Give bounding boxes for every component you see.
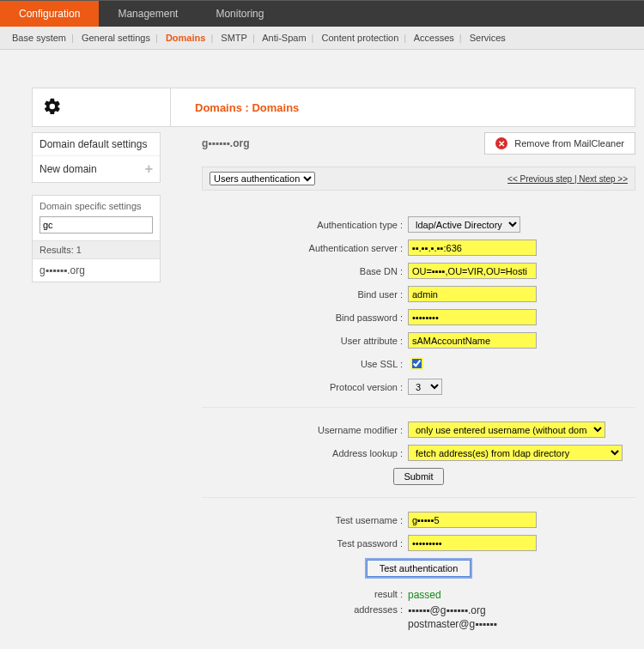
remove-label: Remove from MailCleaner [514,138,624,149]
address-value: ▪▪▪▪▪▪@g▪▪▪▪▪▪.org [408,604,497,616]
sidebar-label: New domain [39,163,97,175]
tab-configuration[interactable]: Configuration [0,1,99,27]
address-value: postmaster@g▪▪▪▪▪▪ [408,618,497,630]
sidebar-heading-specific: Domain specific settings [33,196,160,216]
sidebar-item-new-domain[interactable]: New domain + [33,156,160,182]
protocol-version-select[interactable]: 3 [408,379,442,395]
subnav-general-settings[interactable]: General settings [82,33,150,43]
label-result: result : [202,589,408,601]
next-step-link[interactable]: Next step >> [579,174,628,184]
bind-password-input[interactable] [408,309,537,325]
submit-button[interactable]: Submit [393,468,443,485]
sidebar-item-default-settings[interactable]: Domain default settings [33,133,160,156]
label-username-modifier: Username modifier : [202,425,408,435]
label-address-lookup: Address lookup : [202,448,408,458]
label-addresses: addresses : [202,604,408,630]
subnav-services[interactable]: Services [470,33,506,43]
label-auth-server: Authentication server : [202,243,408,253]
domain-result-item[interactable]: g▪▪▪▪▪▪.org [33,259,160,282]
domain-title: g▪▪▪▪▪▪.org [202,137,250,149]
label-test-username: Test username : [202,515,408,525]
divider [202,497,635,498]
test-username-input[interactable] [408,512,537,528]
subnav-anti-spam[interactable]: Anti-Spam [262,33,306,43]
sub-nav: Base system| General settings| Domains| … [0,27,644,50]
sidebar-box-actions: Domain default settings New domain + [32,132,161,183]
auth-type-select[interactable]: ldap/Active Directory [408,216,520,233]
remove-from-mailcleaner-button[interactable]: ✕ Remove from MailCleaner [484,132,635,155]
tab-monitoring[interactable]: Monitoring [197,1,283,27]
subnav-content-protection[interactable]: Content protection [321,33,398,43]
label-user-attribute: User attribute : [202,336,408,346]
label-bind-password: Bind password : [202,312,408,323]
subnav-accesses[interactable]: Accesses [414,33,454,43]
domain-search-input[interactable] [39,216,153,234]
page-title: Domains : Domains [170,88,635,126]
page-header: Domains : Domains [32,88,635,127]
search-results-count: Results: 1 [33,240,160,259]
sidebar-box-search: Domain specific settings Results: 1 g▪▪▪… [32,195,161,282]
label-auth-type: Authentication type : [202,220,408,230]
label-bind-user: Bind user : [202,289,408,300]
label-protocol-version: Protocol version : [202,382,408,392]
gear-icon [43,97,62,118]
wizard-bar: Users authentication << Previous step | … [202,167,635,191]
subnav-smtp[interactable]: SMTP [221,33,247,43]
label-test-password: Test password : [202,538,408,549]
divider [202,407,635,408]
tab-management[interactable]: Management [99,1,197,27]
plus-icon: + [145,161,153,177]
top-nav: Configuration Management Monitoring [0,0,644,27]
subnav-base-system[interactable]: Base system [12,33,66,43]
subnav-domains[interactable]: Domains [166,33,205,43]
previous-step-link[interactable]: << Previous step [507,174,572,184]
result-value: passed [408,589,441,601]
wizard-step-select[interactable]: Users authentication [210,172,315,185]
base-dn-input[interactable] [408,263,537,279]
test-password-input[interactable] [408,535,537,551]
test-authentication-button[interactable]: Test authentication [367,560,471,577]
user-attribute-input[interactable] [408,332,537,349]
use-ssl-checkbox[interactable] [411,358,422,369]
bind-user-input[interactable] [408,286,537,302]
sidebar-label: Domain default settings [39,138,147,150]
label-use-ssl: Use SSL : [202,359,408,369]
auth-server-input[interactable] [408,240,537,256]
remove-icon: ✕ [495,137,507,149]
label-base-dn: Base DN : [202,266,408,276]
username-modifier-select[interactable]: only use entered username (without domai… [408,422,605,438]
address-lookup-select[interactable]: fetch address(es) from ldap directory [408,445,623,461]
